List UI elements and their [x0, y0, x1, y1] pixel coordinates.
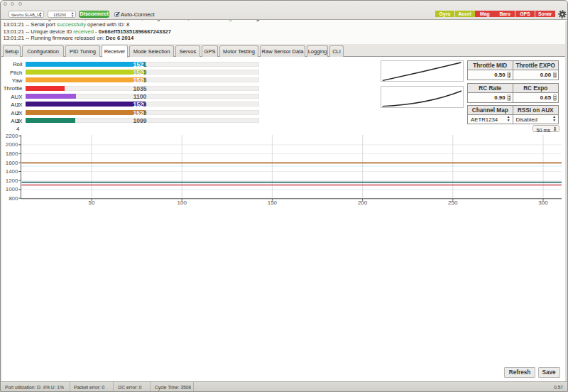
- svg-text:1000: 1000: [6, 186, 18, 192]
- svg-text:1400: 1400: [6, 168, 18, 175]
- svg-text:1600: 1600: [6, 160, 18, 166]
- svg-text:2000: 2000: [6, 141, 18, 148]
- svg-text:1800: 1800: [6, 151, 18, 157]
- svg-text:1200: 1200: [6, 178, 18, 184]
- svg-text:2200: 2200: [6, 133, 18, 139]
- svg-text:800: 800: [9, 195, 18, 202]
